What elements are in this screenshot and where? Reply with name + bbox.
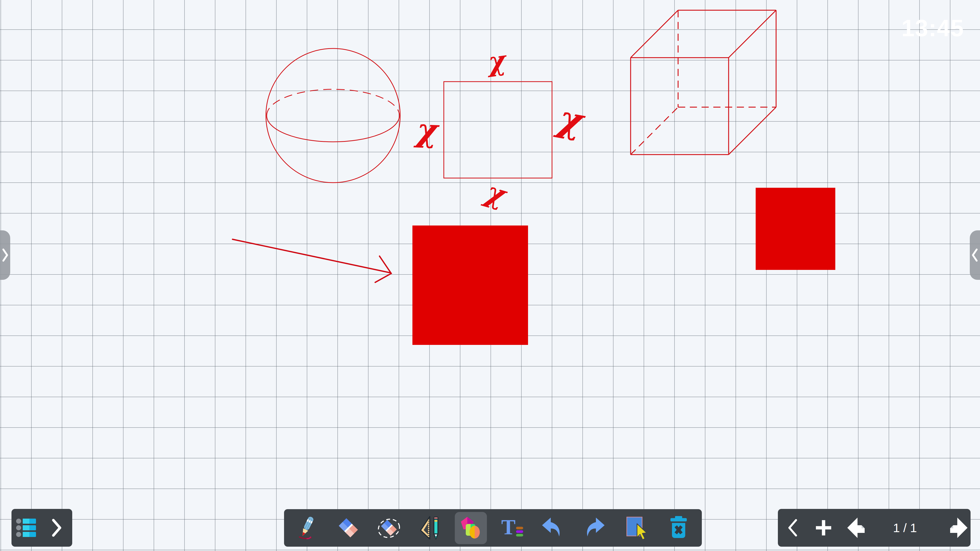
square-outline[interactable]: [444, 82, 552, 178]
geometry-tool-button[interactable]: [420, 516, 444, 540]
add-page-button[interactable]: [811, 516, 836, 540]
collapse-nav-button[interactable]: [781, 516, 806, 540]
chevron-right-icon: [44, 516, 68, 540]
undo-arrow-icon: [540, 516, 565, 540]
side-label-top[interactable]: χ: [484, 44, 509, 78]
bottom-left-panel: [11, 509, 72, 547]
sphere-outline-equator-back[interactable]: [267, 89, 399, 116]
undo-button[interactable]: [540, 516, 565, 540]
side-label-right[interactable]: χ: [553, 97, 589, 143]
red-square-small[interactable]: [756, 188, 835, 270]
plus-icon: [811, 516, 836, 540]
right-drawer-tab[interactable]: [970, 230, 980, 280]
svg-text:T: T: [501, 516, 515, 539]
chevron-left-icon: [970, 243, 980, 267]
text-tool-button[interactable]: T: [501, 516, 525, 540]
redo-button[interactable]: [582, 516, 607, 540]
eraser-icon: [336, 516, 361, 540]
whiteboard-app: { "status": { "time": "13:45" }, "canvas…: [0, 0, 980, 551]
left-drawer-tab[interactable]: [0, 230, 10, 280]
list-menu-icon: [15, 516, 40, 540]
pen-tool-button[interactable]: [295, 516, 319, 540]
whiteboard-canvas[interactable]: χχχχ: [0, 0, 980, 551]
previous-page-button[interactable]: [845, 516, 869, 540]
previous-page-icon: [845, 516, 869, 540]
pencil-icon: [295, 516, 319, 540]
next-page-icon: [945, 516, 970, 540]
side-label-bottom[interactable]: χ: [480, 175, 511, 213]
red-square-large[interactable]: [412, 225, 528, 345]
eraser-tool-button[interactable]: [336, 516, 361, 540]
pages-menu-button[interactable]: [15, 516, 40, 540]
page-indicator: 1 / 1: [885, 521, 925, 535]
cube-outline-edge-5[interactable]: [729, 10, 776, 58]
sphere-outline-equator-front[interactable]: [267, 116, 399, 142]
clock: 13:45: [891, 15, 975, 41]
drawing-toolbar: T: [284, 509, 702, 547]
eraser-area-icon: [377, 516, 401, 540]
sphere-outline[interactable]: [266, 48, 400, 183]
trash-icon: [667, 516, 691, 540]
erase-area-tool-button[interactable]: [377, 516, 401, 540]
text-icon: T: [501, 516, 525, 540]
cube-outline-edge-4[interactable]: [631, 10, 678, 58]
redo-arrow-icon: [582, 516, 607, 540]
select-cursor-icon: [624, 516, 649, 540]
annotation-arrow-shaft[interactable]: [232, 239, 390, 273]
annotation-arrow-head[interactable]: [375, 256, 391, 283]
chevron-right-icon: [0, 243, 10, 267]
cube-outline-hidden-edge-2[interactable]: [631, 107, 678, 155]
cube-outline-edge-6[interactable]: [729, 107, 776, 155]
chevron-left-icon: [781, 516, 806, 540]
shapes-tool-button[interactable]: [455, 512, 487, 544]
next-page-button[interactable]: [945, 516, 970, 540]
select-tool-button[interactable]: [624, 516, 649, 540]
expand-panel-button[interactable]: [44, 516, 68, 540]
ruler-pencil-icon: [420, 516, 444, 540]
delete-button[interactable]: [667, 516, 691, 540]
page-navigation-bar: 1 / 1: [778, 509, 970, 547]
shapes-icon: [458, 516, 483, 540]
side-label-left[interactable]: χ: [414, 111, 440, 149]
